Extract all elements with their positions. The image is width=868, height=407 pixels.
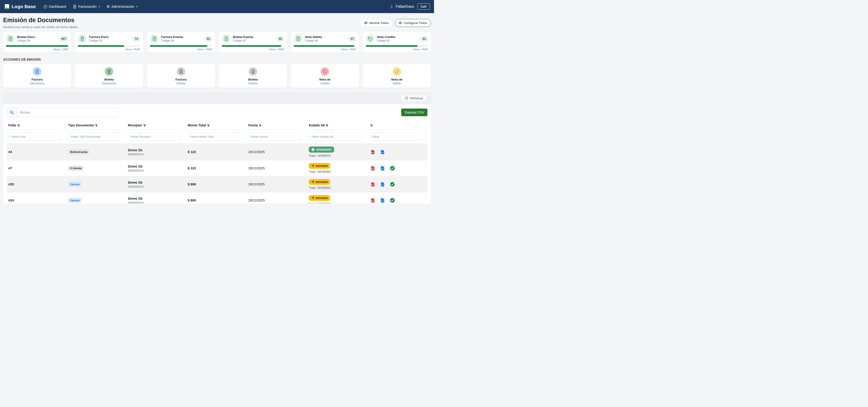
logout-button[interactable]: Salir: [417, 3, 430, 10]
pdf-file-icon: [370, 182, 375, 187]
header-actions: Mostrar Todos ⚙ Configurar Folios: [360, 19, 431, 27]
folio-cell: #4: [6, 144, 66, 160]
action-boleta-exenta[interactable]: Boleta Exenta: [219, 64, 287, 88]
column-header-receptor: Receptor⇅: [126, 122, 186, 130]
estado-badge: ENVIADO: [309, 195, 330, 201]
verify-status-button[interactable]: [389, 181, 396, 188]
action-nota-debito[interactable]: Nota de Débito: [363, 64, 431, 88]
search-input[interactable]: [17, 108, 119, 117]
pdf-download-button[interactable]: [369, 148, 377, 156]
logo-icon: [4, 4, 10, 9]
filter-fecha-input[interactable]: [248, 132, 301, 141]
sort-icon[interactable]: ⇅: [326, 124, 329, 127]
panel-header: Refrescar: [3, 92, 431, 104]
xml-download-button[interactable]: [379, 196, 386, 204]
sort-icon[interactable]: ⇅: [95, 124, 98, 127]
xml-file-icon: [380, 150, 385, 154]
configure-folios-button[interactable]: ⚙ Configurar Folios: [395, 19, 431, 27]
nav-item-administracion[interactable]: ⚙ Administración ▾: [106, 4, 137, 9]
folio-card-code: Código 61: [377, 39, 418, 42]
user-menu[interactable]: FelipeGaos: [390, 4, 414, 9]
table-row: #7 F. Exenta Demo Sii60803000-K $ 123 29…: [6, 160, 428, 176]
filter-actions-input[interactable]: [369, 132, 422, 141]
monto-cell: $ 890: [186, 192, 246, 204]
filter-receptor-input[interactable]: [128, 132, 180, 141]
fecha-cell: 29/12/2025: [246, 144, 307, 160]
verify-status-button[interactable]: [389, 196, 396, 204]
receptor-rut: 60803000-K: [128, 169, 184, 172]
xml-download-button[interactable]: [379, 148, 386, 156]
folio-due-date: Vence: 12/06: [6, 48, 68, 51]
paper-plane-icon: [311, 181, 314, 183]
check-circle-icon: [390, 182, 395, 187]
show-all-label: Mostrar Todos: [370, 21, 389, 25]
action-factura-exenta[interactable]: Factura Exenta: [147, 64, 215, 88]
file-x-icon: [249, 67, 257, 76]
refresh-button[interactable]: Refrescar: [401, 95, 427, 101]
export-csv-button[interactable]: Exportar CSV: [401, 108, 428, 116]
folio-due-date: Vence: 28/06: [222, 48, 284, 51]
sort-icon[interactable]: ⇅: [18, 124, 20, 127]
sort-icon[interactable]: ⇅: [370, 124, 373, 127]
folio-card-factura-exenta: Factura Exenta Código 34 92 Vence: 28/06: [147, 32, 215, 53]
check-circle-icon: [311, 148, 315, 151]
pdf-download-button[interactable]: [369, 196, 377, 204]
verify-status-button[interactable]: [389, 164, 396, 172]
show-all-button[interactable]: Mostrar Todos: [360, 19, 393, 27]
top-navbar: Logo Base Dashboard Facturación ▾ ⚙ Admi…: [0, 0, 434, 13]
filter-tipo-input[interactable]: [68, 132, 120, 141]
nav-item-facturacion[interactable]: Facturación ▾: [73, 4, 100, 9]
eye-icon: [364, 21, 368, 25]
folio-card-title: Boleta Exenta: [233, 35, 274, 39]
table-row: #24 Factura Demo Sii60803000-K $ 890 29/…: [6, 192, 428, 204]
column-header-tipo: Tipo Documento⇅: [66, 122, 126, 130]
page-subtitle: Gestiona tus ventas y notas de crédito d…: [3, 25, 78, 29]
nav-item-dashboard[interactable]: Dashboard: [43, 4, 66, 9]
action-nota-credito[interactable]: Nota de Crédito: [291, 64, 359, 88]
tipo-documento-badge: Boleta Exenta: [68, 150, 89, 154]
filter-folio-input[interactable]: [8, 132, 60, 141]
folio-cell: #7: [6, 160, 66, 176]
column-header-fecha: Fecha⇅: [246, 122, 307, 130]
action-label-1: Boleta: [221, 78, 285, 81]
action-boleta-electronica[interactable]: Boleta Electrónica: [75, 64, 143, 88]
receptor-name: Demo Sii: [128, 164, 184, 168]
sort-icon[interactable]: ⇅: [207, 124, 210, 127]
invoice-icon: [73, 5, 76, 9]
dashboard-icon: [43, 5, 47, 9]
brand[interactable]: Logo Base: [4, 4, 36, 9]
documents-table: Folio⇅ Tipo Documento⇅ Receptor⇅ Monto T…: [6, 122, 428, 204]
pdf-download-button[interactable]: [369, 164, 377, 172]
action-label-1: Nota de: [365, 78, 429, 81]
tipo-documento-badge: Factura: [68, 198, 82, 203]
action-factura-electronica[interactable]: Factura Electrónica: [3, 64, 71, 88]
refresh-icon: [405, 97, 408, 100]
estado-badge: APROBADO: [309, 147, 334, 153]
rotate-ccw-icon: [320, 67, 329, 76]
xml-download-button[interactable]: [379, 181, 386, 188]
search-icon: [7, 108, 17, 117]
action-label-1: Boleta: [76, 78, 141, 81]
folio-card-title: Factura Elect.: [89, 35, 130, 39]
tipo-documento-badge: F. Exenta: [68, 166, 84, 171]
folio-card-title: Nota Débito: [305, 35, 346, 39]
filter-monto-input[interactable]: [188, 132, 240, 141]
folio-cell: #25: [6, 176, 66, 192]
folio-progress: [222, 45, 284, 47]
caret-down-icon: ▾: [98, 5, 100, 8]
nav-menu: Dashboard Facturación ▾ ⚙ Administración…: [43, 4, 382, 9]
document-icon: [222, 34, 231, 43]
sort-icon[interactable]: ⇅: [259, 124, 261, 127]
action-label-2: Crédito: [292, 82, 357, 85]
filter-estado-input[interactable]: [309, 132, 361, 141]
folio-progress: [150, 45, 212, 47]
track-id: Track: 244780456: [309, 202, 365, 204]
navbar-right: FelipeGaos Salir: [390, 3, 430, 10]
xml-download-button[interactable]: [379, 164, 386, 172]
sort-icon[interactable]: ⇅: [143, 124, 146, 127]
pdf-download-button[interactable]: [369, 181, 377, 188]
column-header-actions: ⇅: [367, 122, 428, 130]
configure-folios-label: Configurar Folios: [404, 21, 427, 25]
receptor-rut: 60803000-K: [128, 185, 184, 188]
user-icon: [390, 4, 394, 9]
